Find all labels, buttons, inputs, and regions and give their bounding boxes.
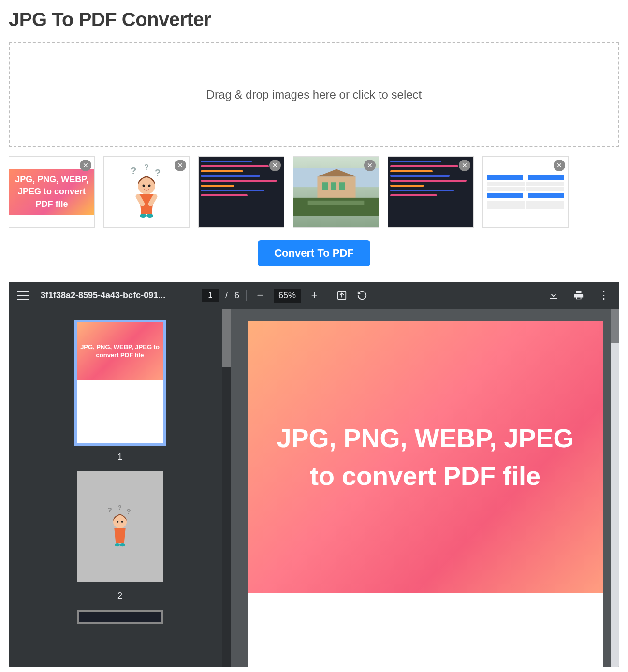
thumbnail-row: ✕ JPG, PNG, WEBP, JPEG to convert PDF fi… (9, 156, 619, 228)
hero-text: JPG, PNG, WEBP, JPEG to convert PDF file (248, 321, 603, 593)
thumbnail-4[interactable]: ✕ (293, 156, 379, 228)
pdf-page-1: JPG, PNG, WEBP, JPEG to convert PDF file (248, 321, 603, 667)
main-scrollbar-thumb[interactable] (611, 309, 619, 343)
page-thumbnail-1[interactable]: JPG, PNG, WEBP, JPEG to convert PDF file (77, 322, 163, 443)
svg-point-23 (117, 521, 118, 523)
viewer-toolbar: 3f1f38a2-8595-4a43-bcfc-091... 1 / 6 − 6… (9, 282, 619, 309)
close-icon[interactable]: ✕ (459, 160, 470, 171)
close-icon[interactable]: ✕ (80, 160, 91, 171)
villa-photo-icon (293, 168, 379, 216)
svg-point-5 (148, 185, 151, 187)
zoom-in-button[interactable]: + (307, 289, 321, 302)
thumbnail-1-text: JPG, PNG, WEBP, JPEG to convert PDF file (9, 169, 94, 215)
svg-point-9 (146, 214, 153, 218)
svg-text:?: ? (144, 163, 149, 172)
sidebar-scrollbar-thumb[interactable] (222, 309, 231, 367)
close-icon[interactable]: ✕ (175, 160, 186, 171)
current-page-input[interactable]: 1 (202, 289, 219, 302)
viewer-filename: 3f1f38a2-8595-4a43-bcfc-091... (41, 291, 186, 301)
svg-text:?: ? (126, 507, 131, 515)
page-number-2: 2 (117, 591, 122, 601)
menu-icon[interactable] (17, 291, 29, 300)
viewer-sidebar[interactable]: JPG, PNG, WEBP, JPEG to convert PDF file… (9, 309, 231, 667)
cartoon-girl-icon: ? ? ? (103, 505, 137, 548)
page-title: JPG To PDF Converter (9, 9, 619, 30)
print-icon[interactable] (572, 289, 585, 302)
rotate-icon[interactable] (355, 289, 369, 302)
svg-rect-16 (293, 198, 379, 216)
thumbnail-5[interactable]: ✕ (388, 156, 474, 228)
svg-text:?: ? (118, 505, 122, 511)
close-icon[interactable]: ✕ (269, 160, 281, 171)
main-scrollbar-track[interactable] (611, 309, 619, 667)
svg-rect-13 (322, 182, 328, 190)
thumbnail-6[interactable]: ✕ (482, 156, 569, 228)
fit-page-icon[interactable] (335, 289, 349, 302)
more-icon[interactable]: ⋮ (597, 289, 611, 302)
zoom-out-button[interactable]: − (253, 289, 267, 302)
page-thumbnail-2[interactable]: ? ? ? (77, 471, 163, 582)
svg-text:?: ? (107, 506, 112, 514)
close-icon[interactable]: ✕ (364, 160, 376, 171)
page-thumbnail-1-content: JPG, PNG, WEBP, JPEG to convert PDF file (77, 322, 163, 380)
svg-text:?: ? (131, 165, 136, 176)
cartoon-girl-icon: ? ? ? (125, 165, 168, 219)
svg-rect-17 (308, 201, 365, 205)
svg-rect-14 (331, 182, 336, 190)
total-pages: 6 (234, 291, 239, 301)
page-thumbnail-3[interactable] (77, 610, 163, 624)
viewer-main[interactable]: JPG, PNG, WEBP, JPEG to convert PDF file (231, 309, 619, 667)
separator (328, 290, 328, 301)
thumbnail-3[interactable]: ✕ (198, 156, 284, 228)
thumbnail-2[interactable]: ✕ ? ? ? (103, 156, 190, 228)
svg-point-26 (120, 543, 125, 546)
svg-text:?: ? (155, 167, 161, 178)
dropzone[interactable]: Drag & drop images here or click to sele… (9, 42, 619, 147)
svg-rect-15 (339, 182, 345, 190)
svg-point-8 (140, 214, 146, 218)
dropzone-text: Drag & drop images here or click to sele… (206, 88, 422, 102)
close-icon[interactable]: ✕ (554, 160, 565, 171)
pdf-viewer: 3f1f38a2-8595-4a43-bcfc-091... 1 / 6 − 6… (9, 282, 619, 667)
svg-point-4 (143, 185, 145, 187)
download-icon[interactable] (547, 289, 560, 302)
page-number-1: 1 (117, 452, 122, 462)
page-separator: / (225, 291, 228, 301)
svg-point-24 (121, 521, 123, 523)
convert-button[interactable]: Convert To PDF (258, 240, 370, 266)
separator (246, 290, 247, 301)
thumbnail-1[interactable]: ✕ JPG, PNG, WEBP, JPEG to convert PDF fi… (9, 156, 95, 228)
zoom-level[interactable]: 65% (274, 289, 301, 303)
svg-point-25 (115, 543, 120, 546)
